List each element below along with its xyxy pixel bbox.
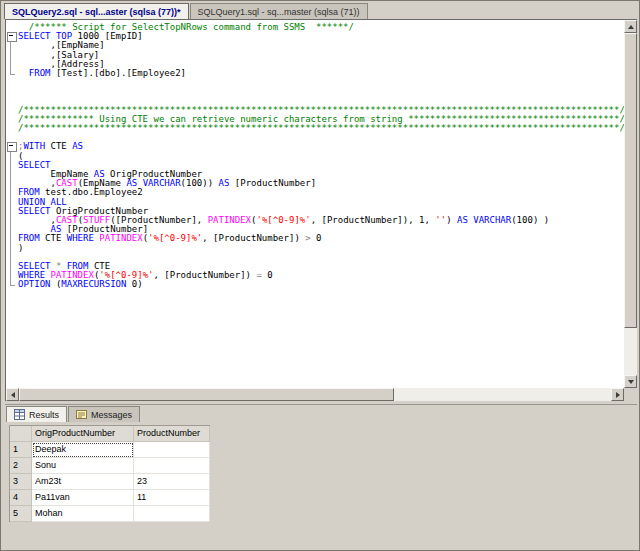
table-row: 3Am23t23 [10, 474, 210, 490]
tab-results[interactable]: Results [6, 406, 67, 422]
code-text: /***************************************… [18, 124, 624, 133]
table-row: 1Deepak [10, 442, 210, 458]
tab-messages[interactable]: Messages [68, 406, 140, 422]
gutter [6, 51, 18, 60]
fold-toggle-icon[interactable] [6, 142, 18, 151]
grid-cell[interactable]: Am23t [32, 474, 134, 490]
code-line[interactable]: FROM [Test].[dbo].[Employee2] [6, 69, 624, 78]
horizontal-scroll-track[interactable] [19, 388, 611, 401]
tab-sqlquery2[interactable]: SQLQuery2.sql - sql...aster (sqlsa (77))… [4, 3, 189, 19]
gutter [6, 262, 18, 271]
grid-cell[interactable]: Mohan [32, 506, 134, 522]
gutter [6, 60, 18, 69]
ssms-window: SQLQuery2.sql - sql...aster (sqlsa (77))… [0, 0, 640, 551]
code-text: ) [18, 244, 23, 253]
gutter [6, 41, 18, 50]
gutter [6, 78, 18, 87]
horizontal-scroll-thumb[interactable] [19, 388, 394, 401]
code-text: FROM CTE WHERE PATINDEX('%[^0-9]%', [Pro… [18, 234, 321, 243]
code-text: ;WITH CTE AS [18, 142, 83, 151]
gutter [6, 133, 18, 142]
row-number[interactable]: 1 [10, 442, 32, 458]
grid-cell[interactable]: Deepak [32, 442, 134, 458]
grid-cell[interactable] [134, 442, 210, 458]
gutter [6, 271, 18, 280]
code-line[interactable] [6, 78, 624, 87]
arrow-up-icon [628, 25, 634, 29]
results-pane: Results Messages OrigProductNumber Produ… [5, 404, 637, 548]
code-line[interactable]: OPTION (MAXRECURSION 0) [6, 280, 624, 289]
vertical-scrollbar[interactable] [624, 20, 637, 388]
code-line[interactable]: ( [6, 152, 624, 161]
gutter [6, 69, 18, 78]
table-row: 4Pa11van11 [10, 490, 210, 506]
gutter [6, 188, 18, 197]
horizontal-scrollbar[interactable] [6, 388, 624, 401]
row-number[interactable]: 4 [10, 490, 32, 506]
code-line[interactable]: /***************************************… [6, 124, 624, 133]
gutter [6, 216, 18, 225]
gutter [6, 234, 18, 243]
row-number[interactable]: 2 [10, 458, 32, 474]
scroll-down-button[interactable] [624, 375, 637, 388]
tab-label: SQLQuery2.sql - sql...aster (sqlsa (77))… [12, 7, 181, 17]
results-tab-bar: Results Messages [5, 405, 637, 422]
code-viewport[interactable]: /****** Script for SelectTopNRows comman… [6, 20, 624, 388]
gutter [6, 124, 18, 133]
code-line[interactable] [6, 87, 624, 96]
grid-cell[interactable]: 23 [134, 474, 210, 490]
table-row: 2Sonu [10, 458, 210, 474]
arrow-right-icon [616, 392, 620, 398]
results-grid-icon [14, 409, 25, 420]
row-number[interactable]: 3 [10, 474, 32, 490]
messages-tab-label: Messages [91, 410, 132, 420]
arrow-left-icon [11, 392, 15, 398]
scroll-right-button[interactable] [611, 388, 624, 401]
sql-editor[interactable]: /****** Script for SelectTopNRows comman… [5, 19, 637, 401]
code-line[interactable]: FROM CTE WHERE PATINDEX('%[^0-9]%', [Pro… [6, 234, 624, 243]
vertical-scroll-thumb[interactable] [624, 33, 637, 328]
row-number[interactable]: 5 [10, 506, 32, 522]
code-line[interactable]: FROM test.dbo.Employee2 [6, 188, 624, 197]
code-line[interactable] [6, 133, 624, 142]
results-grid: OrigProductNumber ProductNumber 1Deepak2… [9, 425, 210, 522]
messages-icon [76, 409, 87, 420]
scroll-left-button[interactable] [6, 388, 19, 401]
fold-toggle-icon[interactable] [6, 32, 18, 41]
results-tab-label: Results [29, 410, 59, 420]
grid-header-row: OrigProductNumber ProductNumber [10, 426, 210, 442]
column-header[interactable]: ProductNumber [134, 426, 210, 442]
gutter [6, 161, 18, 170]
tab-label: SQLQuery1.sql - sq...master (sqlsa (71)) [198, 7, 360, 17]
code-line[interactable]: ;WITH CTE AS [6, 142, 624, 151]
grid-cell[interactable]: Pa11van [32, 490, 134, 506]
gutter [6, 198, 18, 207]
column-header[interactable]: OrigProductNumber [32, 426, 134, 442]
gutter [6, 97, 18, 106]
gutter [6, 179, 18, 188]
code-line[interactable]: ) [6, 244, 624, 253]
grid-cell[interactable]: 11 [134, 490, 210, 506]
gutter [6, 280, 18, 289]
grid-corner-cell[interactable] [10, 426, 32, 442]
document-tab-bar: SQLQuery2.sql - sql...aster (sqlsa (77))… [2, 2, 638, 19]
grid-rows: 1Deepak2Sonu3Am23t234Pa11van115Mohan [10, 442, 210, 522]
scroll-up-button[interactable] [624, 20, 637, 33]
tab-sqlquery1[interactable]: SQLQuery1.sql - sq...master (sqlsa (71)) [190, 3, 368, 19]
scrollbar-corner [624, 388, 637, 401]
table-row: 5Mohan [10, 506, 210, 522]
gutter [6, 253, 18, 262]
gutter [6, 115, 18, 124]
grid-cell[interactable] [134, 458, 210, 474]
gutter [6, 152, 18, 161]
code-text: FROM [Test].[dbo].[Employee2] [18, 69, 186, 78]
gutter [6, 225, 18, 234]
gutter [6, 244, 18, 253]
grid-cell[interactable]: Sonu [32, 458, 134, 474]
gutter [6, 23, 18, 32]
gutter [6, 87, 18, 96]
grid-cell[interactable] [134, 506, 210, 522]
code-text: OPTION (MAXRECURSION 0) [18, 280, 143, 289]
arrow-down-icon [628, 380, 634, 384]
gutter [6, 207, 18, 216]
